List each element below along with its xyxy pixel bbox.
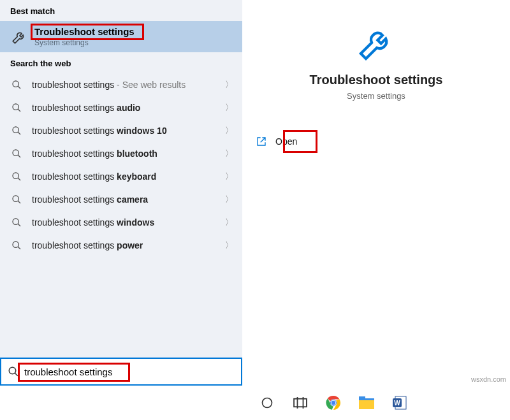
svg-line-9	[18, 178, 20, 180]
svg-rect-29	[359, 398, 374, 400]
svg-point-14	[13, 242, 18, 247]
task-view-icon[interactable]	[291, 394, 309, 412]
web-result-item[interactable]: troubleshoot settings camera〉	[0, 188, 242, 211]
svg-line-17	[15, 373, 18, 376]
svg-point-12	[13, 219, 18, 224]
web-result-item[interactable]: troubleshoot settings audio〉	[0, 96, 242, 119]
svg-point-10	[13, 196, 18, 201]
chevron-right-icon: 〉	[225, 171, 233, 182]
svg-point-4	[13, 127, 18, 133]
web-result-item[interactable]: troubleshoot settings windows〉	[0, 211, 242, 234]
chevron-right-icon: 〉	[225, 194, 233, 205]
file-explorer-icon[interactable]	[358, 394, 375, 412]
chevron-right-icon: 〉	[225, 125, 233, 136]
watermark: wsxdn.com	[471, 375, 506, 383]
result-text: troubleshoot settings bluetooth	[32, 148, 157, 159]
web-result-item[interactable]: troubleshoot settings power〉	[0, 234, 242, 257]
svg-line-1	[18, 86, 20, 89]
svg-line-11	[18, 201, 20, 203]
svg-text:W: W	[394, 400, 400, 407]
result-text: troubleshoot settings - See web results	[32, 80, 186, 90]
chevron-right-icon: 〉	[225, 240, 233, 251]
search-input[interactable]	[24, 366, 235, 377]
search-icon	[8, 366, 19, 377]
svg-point-18	[263, 398, 272, 408]
svg-line-5	[18, 132, 20, 134]
best-match-subtitle: System settings	[34, 38, 135, 47]
section-best-match-header: Best match	[0, 0, 242, 21]
best-match-title: Troubleshoot settings	[34, 26, 135, 37]
web-result-item[interactable]: troubleshoot settings windows 10〉	[0, 119, 242, 142]
open-label: Open	[275, 136, 297, 147]
wrench-icon	[10, 28, 28, 46]
web-result-item[interactable]: troubleshoot settings keyboard〉	[0, 165, 242, 188]
open-external-icon	[256, 136, 266, 147]
svg-point-16	[9, 367, 16, 374]
svg-point-6	[13, 150, 18, 156]
svg-point-26	[332, 401, 335, 405]
wrench-icon	[356, 23, 397, 64]
chrome-icon[interactable]	[324, 394, 342, 412]
result-text: troubleshoot settings power	[32, 240, 143, 250]
svg-line-15	[18, 247, 20, 249]
web-results-list: troubleshoot settings - See web results〉…	[0, 73, 242, 257]
result-text: troubleshoot settings keyboard	[32, 171, 156, 182]
svg-rect-19	[294, 399, 307, 407]
preview-subtitle: System settings	[347, 91, 405, 101]
preview-block: Troubleshoot settings System settings	[242, 0, 510, 101]
cortana-icon[interactable]	[258, 394, 276, 412]
preview-panel: Troubleshoot settings System settings Op…	[242, 0, 510, 386]
svg-point-0	[13, 81, 18, 87]
web-result-item[interactable]: troubleshoot settings bluetooth〉	[0, 142, 242, 165]
chevron-right-icon: 〉	[225, 217, 233, 228]
svg-line-13	[18, 224, 20, 226]
preview-title: Troubleshoot settings	[310, 73, 443, 87]
best-match-text: Troubleshoot settings System settings	[34, 26, 135, 47]
search-icon	[10, 194, 23, 205]
chevron-right-icon: 〉	[225, 102, 233, 113]
search-results-panel: Best match Troubleshoot settings System …	[0, 0, 242, 386]
result-text: troubleshoot settings windows	[32, 217, 154, 228]
open-action[interactable]: Open	[256, 136, 510, 147]
search-icon	[10, 126, 23, 136]
chevron-right-icon: 〉	[225, 148, 233, 159]
search-icon	[10, 171, 23, 182]
chevron-right-icon: 〉	[225, 79, 233, 91]
svg-line-3	[18, 109, 20, 112]
svg-point-8	[13, 173, 18, 178]
search-bar[interactable]	[0, 358, 242, 386]
svg-point-2	[13, 104, 18, 110]
word-icon[interactable]: W	[391, 394, 409, 412]
section-search-web-header: Search the web	[0, 52, 242, 73]
search-icon	[10, 103, 23, 113]
web-result-item[interactable]: troubleshoot settings - See web results〉	[0, 73, 242, 96]
taskbar: W	[0, 386, 510, 420]
svg-line-7	[18, 155, 20, 157]
best-match-item[interactable]: Troubleshoot settings System settings	[0, 21, 242, 52]
search-icon	[10, 217, 23, 228]
result-text: troubleshoot settings camera	[32, 194, 148, 205]
result-text: troubleshoot settings audio	[32, 103, 140, 113]
search-icon	[10, 240, 23, 250]
search-icon	[10, 80, 23, 90]
result-text: troubleshoot settings windows 10	[32, 126, 167, 136]
search-icon	[10, 148, 23, 159]
